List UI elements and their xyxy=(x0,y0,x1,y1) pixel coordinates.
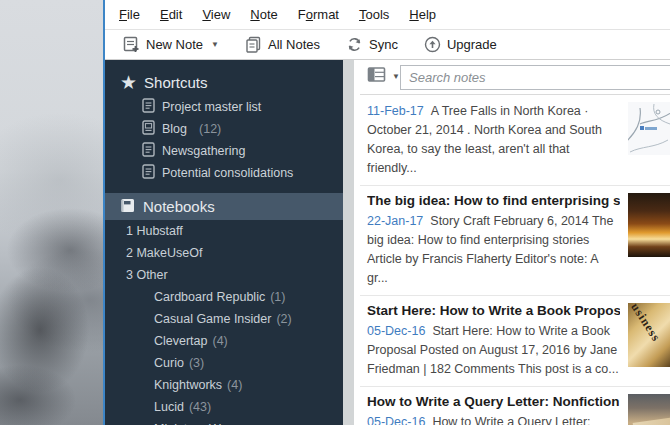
journal-icon xyxy=(142,120,155,138)
sync-icon xyxy=(346,36,363,53)
note-count: (1) xyxy=(270,290,285,304)
note-count: (12) xyxy=(199,122,221,136)
shortcuts-header[interactable]: ★Shortcuts xyxy=(105,69,343,96)
note-icon xyxy=(142,142,155,160)
note-count: (43) xyxy=(189,400,211,414)
note-list: 11-Feb-17A Tree Falls in North Korea · O… xyxy=(360,95,670,425)
sidebar-notebook-1-hubstaff[interactable]: 1 Hubstaff xyxy=(105,220,343,242)
new-note-button[interactable]: New Note ▼ xyxy=(113,31,229,59)
thumbnail-business-text: usiness xyxy=(628,303,664,345)
notebook-label: Lucid xyxy=(154,400,184,414)
new-note-icon xyxy=(123,36,140,53)
note-snippet: 05-Dec-16How to Write a Query Letter: No… xyxy=(367,413,620,425)
note-thumbnail-business: usiness xyxy=(628,303,670,367)
upgrade-icon xyxy=(424,36,441,53)
sidebar-notebook-curio[interactable]: Curio(3) xyxy=(105,352,343,374)
sidebar-notebook-miniature-wargames[interactable]: Miniature Wargames xyxy=(105,418,343,425)
note-list-header: ▼ xyxy=(360,60,670,95)
desktop-background xyxy=(0,0,103,425)
menu-item-format[interactable]: Format xyxy=(288,0,349,29)
search-input[interactable] xyxy=(400,65,670,90)
menu-item-help[interactable]: Help xyxy=(399,0,446,29)
sidebar-item-newsgathering[interactable]: Newsgathering xyxy=(105,140,343,162)
sidebar-item-blog[interactable]: Blog(12) xyxy=(105,118,343,140)
notebook-label: 2 MakeUseOf xyxy=(126,246,202,260)
note-snippet: 05-Dec-16Start Here: How to Write a Book… xyxy=(367,322,620,379)
sidebar-item-label: Project master list xyxy=(162,100,261,114)
view-options-icon xyxy=(367,66,386,87)
sidebar-item-project-master-list[interactable]: Project master list xyxy=(105,96,343,118)
note-list-item[interactable]: Start Here: How to Write a Book Proposal… xyxy=(360,296,670,387)
note-count: (2) xyxy=(276,312,291,326)
menu-item-view[interactable]: View xyxy=(192,0,240,29)
notebook-label: 1 Hubstaff xyxy=(126,224,183,238)
note-count: (3) xyxy=(189,356,204,370)
sync-label: Sync xyxy=(369,37,398,52)
all-notes-label: All Notes xyxy=(268,37,320,52)
notebook-label: Curio xyxy=(154,356,184,370)
toolbar: New Note ▼ All Notes Sync Upgrade xyxy=(105,30,670,60)
notebook-label: Knightworks xyxy=(154,378,222,392)
note-thumbnail-notebook xyxy=(628,394,670,425)
sidebar-scrollbar[interactable] xyxy=(343,60,354,425)
sidebar-notebook-3-other[interactable]: 3 Other xyxy=(105,264,343,286)
all-notes-button[interactable]: All Notes xyxy=(235,31,330,59)
evernote-window: FileEditViewNoteFormatToolsHelp New Note… xyxy=(103,0,670,425)
note-icon xyxy=(142,164,155,182)
sidebar-notebook-clevertap[interactable]: Clevertap(4) xyxy=(105,330,343,352)
all-notes-icon xyxy=(245,36,262,53)
note-list-item[interactable]: The big idea: How to find enterprising s… xyxy=(360,186,670,296)
note-thumbnail-map xyxy=(628,102,670,155)
sidebar-item-potential-consolidations[interactable]: Potential consolidations xyxy=(105,162,343,184)
note-thumbnail-sunset xyxy=(628,193,670,257)
notebook-icon xyxy=(120,197,136,217)
menu-item-tools[interactable]: Tools xyxy=(349,0,399,29)
menu-item-note[interactable]: Note xyxy=(240,0,287,29)
sidebar-notebook-knightworks[interactable]: Knightworks(4) xyxy=(105,374,343,396)
sidebar-notebook-casual-game-insider[interactable]: Casual Game Insider(2) xyxy=(105,308,343,330)
sidebar-notebook-lucid[interactable]: Lucid(43) xyxy=(105,396,343,418)
notebooks-label: Notebooks xyxy=(143,198,215,215)
view-options-caret[interactable]: ▼ xyxy=(392,72,400,81)
new-note-dropdown-caret[interactable]: ▼ xyxy=(211,40,219,49)
note-count: (4) xyxy=(227,378,242,392)
note-list-item[interactable]: How to Write a Query Letter: Nonfiction … xyxy=(360,387,670,425)
notebook-label: 3 Other xyxy=(126,268,168,282)
note-date: 05-Dec-16 xyxy=(367,415,425,425)
sidebar-notebook-cardboard-republic[interactable]: Cardboard Republic(1) xyxy=(105,286,343,308)
note-count: (4) xyxy=(213,334,228,348)
star-icon: ★ xyxy=(120,73,137,92)
menu-bar: FileEditViewNoteFormatToolsHelp xyxy=(105,0,670,30)
notebook-label: Casual Game Insider xyxy=(154,312,271,326)
notebooks-header-selected[interactable]: Notebooks xyxy=(105,193,343,220)
note-snippet: 11-Feb-17A Tree Falls in North Korea · O… xyxy=(367,102,620,178)
note-title: The big idea: How to find enterprising s… xyxy=(367,193,620,208)
notebook-label: Cardboard Republic xyxy=(154,290,265,304)
menu-item-file[interactable]: File xyxy=(109,0,150,29)
sidebar-item-label: Blog xyxy=(162,122,187,136)
sync-button[interactable]: Sync xyxy=(336,31,408,59)
sidebar: ★ShortcutsProject master listBlog(12)New… xyxy=(105,60,343,425)
notebook-label: Clevertap xyxy=(154,334,208,348)
note-snippet: 22-Jan-17Story Craft February 6, 2014 Th… xyxy=(367,212,620,288)
new-note-label: New Note xyxy=(146,37,203,52)
note-date: 11-Feb-17 xyxy=(367,104,424,118)
note-list-item[interactable]: 11-Feb-17A Tree Falls in North Korea · O… xyxy=(360,95,670,186)
view-options-button[interactable]: ▼ xyxy=(367,66,400,87)
note-date: 05-Dec-16 xyxy=(367,324,425,338)
note-icon xyxy=(142,98,155,116)
sidebar-item-label: Newsgathering xyxy=(162,144,245,158)
note-title: How to Write a Query Letter: Nonfiction … xyxy=(367,394,620,409)
sidebar-notebook-2-makeuseof[interactable]: 2 MakeUseOf xyxy=(105,242,343,264)
note-list-panel: ▼ 11-Feb-17A Tree Falls in North Korea ·… xyxy=(360,60,670,425)
shortcuts-label: Shortcuts xyxy=(144,74,207,91)
note-date: 22-Jan-17 xyxy=(367,214,423,228)
menu-item-edit[interactable]: Edit xyxy=(150,0,192,29)
upgrade-button[interactable]: Upgrade xyxy=(414,31,507,59)
upgrade-label: Upgrade xyxy=(447,37,497,52)
note-title: Start Here: How to Write a Book Proposal… xyxy=(367,303,620,318)
sidebar-item-label: Potential consolidations xyxy=(162,166,293,180)
